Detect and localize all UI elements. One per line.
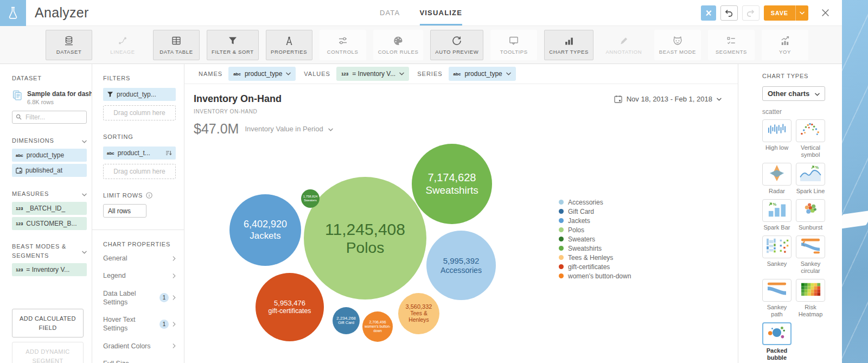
chart-property-data-label-settings[interactable]: Data Label Settings 1 [103,285,176,311]
toolbar-tooltips-button[interactable]: TOOLTIPS [490,30,537,60]
properties-icon [284,35,295,46]
chart-type-vertical-symbol[interactable]: Vertical symbol [796,119,825,158]
chart-legend: Accessories Gift Card Jackets Polos Swea… [559,198,631,281]
badge: 1 [159,320,169,329]
chart-type-sankey-circular[interactable]: Sankey circular [796,235,825,275]
chart-type-high-low[interactable]: High low [762,119,792,158]
legend-item-gift-card[interactable]: Gift Card [559,207,631,216]
legend-swatch [559,264,564,269]
bubble-jackets[interactable]: 6,402,920 Jackets [229,194,301,266]
chevron-down-icon [286,72,291,75]
save-options-button[interactable] [795,5,808,21]
save-button[interactable]: SAVE [764,5,795,21]
toolbar-auto-preview-button[interactable]: AUTO PREVIEW [430,30,483,60]
well-values-field[interactable]: 123 = Inventory V... [336,67,409,81]
chart-title: Inventory On-Hand [194,93,282,105]
tools-button[interactable] [701,5,716,21]
toolbar-chart-types-button[interactable]: CHART TYPES [544,30,593,60]
bubble-polos[interactable]: 11,245,408 Polos [304,177,426,300]
chart-property-full-size-settings[interactable]: Full Size Settings [103,355,176,363]
color-rules-icon [393,35,404,46]
field-chip-customer-b[interactable]: 123CUSTOMER_B... [12,217,87,230]
chart-type-packed-bubble[interactable]: Packed bubble [762,322,792,361]
tab-visualize[interactable]: VISUALIZE [419,0,462,26]
toolbar-properties-button[interactable]: PROPERTIES [266,30,312,60]
legend-item-sweaters[interactable]: Sweaters [559,234,631,244]
chart-types-icon [564,35,575,46]
toolbar-filter-sort-button[interactable]: FILTER & SORT [207,30,259,60]
well-series-field[interactable]: abc product_type [449,67,516,81]
bubble-women-s-button-down[interactable]: 2,706,496 women's button-down [362,311,393,342]
bubble-accessories[interactable]: 5,995,392 Accessories [426,231,496,300]
chart-type-spark-bar[interactable]: % Spark Bar [762,199,792,231]
toolbar-yoy-button[interactable]: YOY [762,30,808,60]
dataset-info[interactable]: Sample data for dashboa 6.8K rows [12,90,87,105]
legend-swatch [559,218,564,223]
close-button[interactable] [817,5,833,21]
summary-metric-selector[interactable]: Inventory Value in Period [245,125,333,133]
sankey-icon [764,237,789,257]
legend-item-women-s-button-down[interactable]: women's button-down [559,271,631,281]
chart-type-sankey-path[interactable]: Sankey path [762,279,792,318]
toolbar-data-table-button[interactable]: DATA TABLE [153,30,200,60]
field-filter-input[interactable] [24,113,83,122]
radar-icon [764,164,789,184]
bubble-sweatshirts[interactable]: 7,174,628 Sweatshirts [412,144,492,224]
dataset-row-count: 6.8K rows [27,99,92,105]
legend-swatch [559,227,564,232]
redo-button[interactable] [742,5,760,21]
well-values: VALUES 123 = Inventory V... [304,67,409,81]
legend-item-polos[interactable]: Polos [559,225,631,234]
chart-property-hover-text-settings[interactable]: Hover Text Settings 1 [103,311,176,337]
limit-rows-header: LIMIT ROWS [103,192,143,199]
sorting-chip-product-t[interactable]: abcproduct_t... [103,147,176,160]
field-chip-published-at[interactable]: published_at [12,164,87,177]
field-chip-inventory-v[interactable]: 123= Inventory V... [12,263,87,276]
legend-item-jackets[interactable]: Jackets [559,216,631,225]
section-header-dimensions[interactable]: DIMENSIONS [12,136,87,145]
chart-type-radar[interactable]: Radar [762,163,792,195]
add-dynamic-segment-button[interactable]: ADD DYNAMIC SEGMENT [12,342,84,363]
chart-property-general[interactable]: General [103,250,176,267]
field-chip-batch-id[interactable]: 123_BATCH_ID_ [12,202,87,215]
add-calculated-field-button[interactable]: ADD CALCULATED FIELD [12,309,84,337]
tab-data[interactable]: DATA [380,0,400,26]
limit-rows-value[interactable]: All rows [103,204,146,218]
chart-type-sankey[interactable]: Sankey [762,235,792,275]
chart-property-gradient-colors[interactable]: Gradient Colors [103,337,176,355]
legend-item-sweatshirts[interactable]: Sweatshirts [559,244,631,253]
filters-header: FILTERS [103,75,175,81]
analyzer-window: Analyzer DATAVISUALIZE SAVE [0,0,842,363]
toolbar-controls-button[interactable]: CONTROLS [320,30,366,60]
date-range-picker[interactable]: Nov 18, 2013 - Feb 1, 2018 [614,95,722,103]
bubble-gift-card[interactable]: 2,234,268 Gift Card [333,307,360,334]
toolbar-segments-button[interactable]: SEGMENTS [708,30,755,60]
legend-item-tees-henleys[interactable]: Tees & Henleys [559,253,631,262]
legend-item-accessories[interactable]: Accessories [559,198,631,207]
chart-type-risk-heatmap[interactable]: Risk Heatmap [796,279,825,318]
chart-category-dropdown[interactable]: Other charts [762,86,825,101]
legend-item-gift-certificates[interactable]: gift-certificates [559,262,631,271]
sorting-drop-zone[interactable]: Drag column here [103,164,176,179]
toolbar-color-rules-button[interactable]: COLOR RULES [373,30,424,60]
filter-drop-zone[interactable]: Drag column here [103,105,176,120]
section-header-beast-modes-segments[interactable]: BEAST MODES & SEGMENTS [12,242,87,260]
svg-text:%: % [773,202,776,207]
field-chip-product-type[interactable]: abcproduct_type [12,149,87,162]
toolbar-beast-mode-button[interactable]: BEAST MODE [654,30,701,60]
bubble-sweaters[interactable]: 1,758,824 Sweaters [301,189,320,208]
toolbar-dataset-button[interactable]: DATASET [46,30,92,60]
well-names-field[interactable]: abc product_type [228,67,296,81]
chart-property-legend[interactable]: Legend [103,267,176,284]
filter-chip-product-typ[interactable]: product_typ... [103,88,176,101]
undo-button[interactable] [720,5,738,21]
chevron-down-icon [717,98,722,101]
section-header-measures[interactable]: MEASURES [12,189,87,199]
bubble-tees-henleys[interactable]: 3,560,332 Tees & Henleys [398,293,439,334]
info-icon[interactable] [146,192,152,199]
chart-type-spark-line[interactable]: % Spark Line [796,163,825,195]
chart-properties-header: CHART PROPERTIES [103,241,175,247]
bubble-gift-certificates[interactable]: 5,953,476 gift-certificates [256,273,324,341]
legend-swatch [559,200,564,205]
chart-type-sunburst[interactable]: Sunburst [796,199,825,231]
